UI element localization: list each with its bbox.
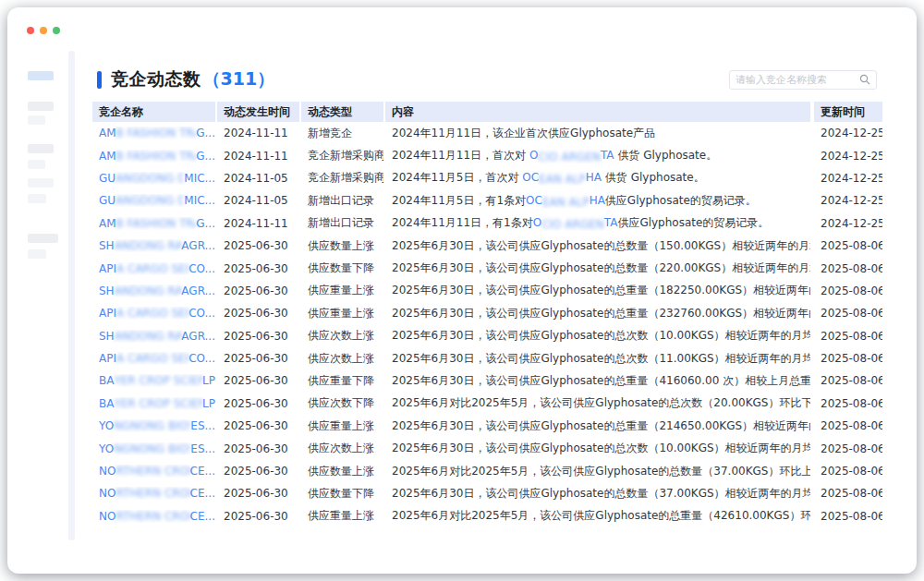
content-text: 2024年11月5日，有1条对 (392, 194, 526, 207)
table-row[interactable]: GUANGDONG DALANG MIC...2024-11-05竞企新增采购商… (92, 167, 882, 189)
table-row[interactable]: NORTHERN CROPSCIENCE...2025-06-30供应重量上涨2… (92, 505, 882, 527)
cell-updated: 2025-08-06 (814, 397, 882, 410)
cell-content: 2024年11月11日，有1条对OCIO ARGENTA供应Glyphosate… (385, 215, 810, 231)
company-link[interactable]: APIA CARGO SERVICE CO... (99, 262, 215, 275)
cell-content: 2024年11月5日，有1条对OCEAN ALPHA供应Glyphosate的贸… (385, 193, 810, 209)
table-row[interactable]: SHANDONG RAINBOW AGR...2025-06-30供应数量上涨2… (92, 235, 882, 257)
sidebar-item-skeleton[interactable] (28, 115, 45, 125)
company-name-blurred: NGNONG BIOSCIEN (114, 419, 190, 432)
buyer-link[interactable]: OCEAN ALPHA (526, 194, 605, 207)
content-text: 2025年6月30日，该公司供应Glyphosate的总数量（37.00KGS）… (392, 487, 810, 500)
company-name-visible: NO (99, 487, 116, 500)
company-link[interactable]: GUANGDONG DALANG MIC... (99, 194, 215, 207)
search-input[interactable] (736, 74, 859, 86)
cell-event-type: 竞企新增采购商 (301, 148, 383, 163)
sidebar-item-skeleton[interactable] (28, 160, 45, 169)
company-link[interactable]: SHANDONG RAINBOW AGR... (99, 239, 215, 252)
company-name-blurred: ANDONG RAINBOW (115, 239, 182, 252)
company-link[interactable]: NORTHERN CROPSCIENCE... (99, 510, 215, 523)
column-header: 动态发生时间 (217, 102, 299, 122)
buyer-link[interactable]: OCIO ARGENTA (533, 216, 618, 229)
cell-content: 2025年6月30日，该公司供应Glyphosate的总数量（150.00KGS… (385, 238, 810, 254)
company-name-visible: YO (99, 419, 114, 432)
company-link[interactable]: SHANDONG RAINBOW AGR... (99, 330, 215, 343)
sidebar-item-skeleton[interactable] (28, 194, 46, 203)
cell-event-date: 2025-06-30 (217, 262, 299, 275)
sidebar-item-skeleton[interactable] (28, 178, 54, 188)
table-row[interactable]: YONGNONG BIOSCIENES...2025-06-30供应次数上涨20… (92, 437, 882, 459)
cell-company: NORTHERN CROPSCIENCE... (92, 465, 215, 478)
content-text: 2025年6月30日，该公司供应Glyphosate的总重量（232760.00… (392, 307, 810, 320)
table-row[interactable]: APIA CARGO SERVICE CO...2025-06-30供应数量下降… (92, 257, 882, 279)
company-link[interactable]: AMB FASHION TRADING G... (99, 217, 215, 230)
company-link[interactable]: SHANDONG RAINBOW AGR... (99, 284, 215, 297)
company-link[interactable]: YONGNONG BIOSCIENES... (99, 419, 215, 432)
buyer-name-visible: TA (604, 216, 618, 229)
company-name-visible: ES... (190, 442, 215, 455)
sidebar-item-skeleton[interactable] (28, 234, 58, 243)
cell-updated: 2025-08-06 (814, 284, 882, 297)
buyer-name-blurred: CIO ARGEN (541, 218, 604, 231)
company-link[interactable]: NORTHERN CROPSCIENCE... (99, 465, 215, 478)
content-text: 2025年6月30日，该公司供应Glyphosate的总数量（220.00KGS… (392, 261, 810, 274)
buyer-link[interactable]: OCIO ARGENTA (529, 149, 614, 162)
table-row[interactable]: BAYER CROP SCIENCE LP2025-06-30供应重量下降202… (92, 369, 882, 392)
cell-company: BAYER CROP SCIENCE LP (92, 374, 215, 387)
table-row[interactable]: BAYER CROP SCIENCE LP2025-06-30供应次数下降202… (92, 393, 882, 415)
table-row[interactable]: APIA CARGO SERVICE CO...2025-06-30供应重量上涨… (92, 302, 882, 324)
table-row[interactable]: NORTHERN CROPSCIENCE...2025-06-30供应数量上涨2… (92, 460, 882, 482)
company-link[interactable]: GUANGDONG DALANG MIC... (99, 172, 215, 185)
company-link[interactable]: AMB FASHION TRADING G... (99, 150, 215, 163)
buyer-name-visible: O (529, 149, 538, 162)
cell-event-date: 2025-06-30 (217, 487, 299, 500)
sidebar-item-skeleton[interactable] (28, 102, 54, 111)
search-icon[interactable] (859, 74, 870, 85)
company-name-visible: G... (196, 217, 215, 230)
cell-event-type: 供应重量上涨 (301, 508, 383, 524)
company-link[interactable]: APIA CARGO SERVICE CO... (99, 307, 215, 320)
cell-updated: 2025-08-06 (814, 510, 882, 523)
buyer-name-blurred: EAN ALP (539, 173, 586, 186)
cell-event-date: 2025-06-30 (217, 284, 299, 297)
cell-event-date: 2024-11-11 (217, 127, 299, 139)
cell-event-date: 2025-06-30 (217, 374, 299, 387)
cell-content: 2025年6月对比2025年5月，该公司供应Glyphosate的总次数（20.… (385, 395, 810, 411)
company-link[interactable]: AMB FASHION TRADING G... (99, 127, 215, 139)
cell-content: 2024年11月11日，该企业首次供应Glyphosate产品 (385, 126, 810, 141)
table-body: AMB FASHION TRADING G...2024-11-11新增竞企20… (92, 122, 882, 527)
cell-content: 2025年6月对比2025年5月，该公司供应Glyphosate的总数量（37.… (385, 464, 810, 479)
table-row[interactable]: AMB FASHION TRADING G...2024-11-11新增竞企20… (92, 122, 882, 144)
page-title: 竞企动态数 (111, 67, 201, 91)
company-link[interactable]: NORTHERN CROPSCIENCE... (99, 487, 215, 500)
table-row[interactable]: SHANDONG RAINBOW AGR...2025-06-30供应次数上涨2… (92, 325, 882, 347)
table-row[interactable]: AMB FASHION TRADING G...2024-11-11新增出口记录… (92, 212, 882, 235)
cell-event-type: 供应次数上涨 (301, 351, 383, 367)
table-row[interactable]: NORTHERN CROPSCIENCE...2025-06-30供应数量下降2… (92, 482, 882, 504)
company-name-visible: NO (99, 510, 116, 523)
sidebar-item-skeleton[interactable] (28, 144, 54, 153)
content-text: 2025年6月30日，该公司供应Glyphosate的总次数（10.00KGS）… (392, 329, 810, 342)
cell-content: 2025年6月30日，该公司供应Glyphosate的总重量（416060.00… (385, 373, 810, 389)
company-name-visible: G... (196, 127, 215, 139)
cell-updated: 2024-12-25 (814, 194, 882, 207)
cell-company: AMB FASHION TRADING G... (92, 217, 215, 230)
cell-event-type: 供应数量上涨 (301, 238, 383, 254)
sidebar-item-skeleton[interactable] (28, 71, 54, 80)
cell-event-date: 2024-11-05 (217, 194, 299, 207)
sidebar-item-skeleton[interactable] (28, 249, 46, 259)
buyer-name-blurred: EAN ALP (542, 196, 590, 209)
company-link[interactable]: BAYER CROP SCIENCE LP (99, 397, 215, 410)
company-link[interactable]: APIA CARGO SERVICE CO... (99, 352, 215, 365)
company-link[interactable]: BAYER CROP SCIENCE LP (99, 374, 215, 387)
table-row[interactable]: SHANDONG RAINBOW AGR...2025-06-30供应重量上涨2… (92, 280, 882, 302)
buyer-link[interactable]: OCEAN ALPHA (522, 171, 602, 184)
company-name-visible: API (99, 307, 116, 320)
table-row[interactable]: YONGNONG BIOSCIENES...2025-06-30供应重量上涨20… (92, 415, 882, 437)
company-link[interactable]: YONGNONG BIOSCIENES... (99, 442, 215, 455)
cell-event-date: 2025-06-30 (217, 510, 299, 523)
main-panel: 竞企动态数 （311） 竞企名称动态发生时间动态类型内容更新时间 AMB FAS… (92, 68, 882, 527)
search-box[interactable] (729, 70, 877, 90)
table-row[interactable]: APIA CARGO SERVICE CO...2025-06-30供应次数上涨… (92, 347, 882, 369)
table-row[interactable]: GUANGDONG DALANG MIC...2024-11-05新增出口记录2… (92, 189, 882, 212)
table-row[interactable]: AMB FASHION TRADING G...2024-11-11竞企新增采购… (92, 144, 882, 166)
